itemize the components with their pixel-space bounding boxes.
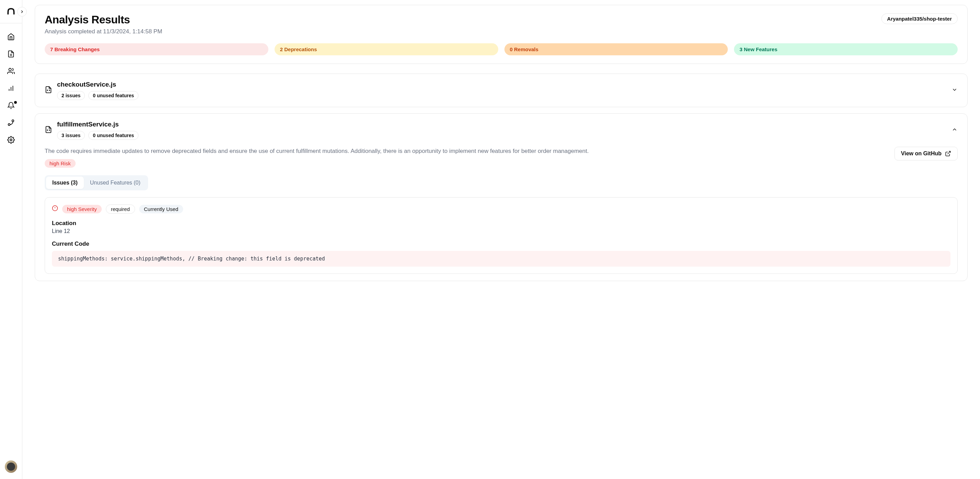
git-branch-icon: [7, 119, 15, 126]
risk-badge: high Risk: [45, 159, 76, 168]
location-value: Line 12: [52, 228, 950, 234]
bell-icon: [7, 102, 15, 109]
code-file-icon: [45, 86, 52, 95]
issues-count-badge: 3 issues: [57, 131, 85, 140]
tab-unused-features[interactable]: Unused Features (0): [84, 177, 147, 189]
svg-point-6: [12, 120, 14, 122]
nav-notifications[interactable]: [7, 102, 15, 109]
page-title: Analysis Results: [45, 13, 162, 26]
issues-count-badge: 2 issues: [57, 91, 85, 100]
svg-point-8: [10, 139, 12, 141]
svg-point-7: [8, 124, 10, 126]
chevron-right-icon: [19, 9, 24, 14]
stat-removals: 0 Removals: [504, 43, 728, 55]
stat-new-features: 3 New Features: [734, 43, 958, 55]
page-subtitle: Analysis completed at 11/3/2024, 1:14:58…: [45, 28, 162, 35]
gear-icon: [7, 136, 15, 144]
alert-icon: [52, 205, 58, 213]
code-file-icon: [45, 126, 52, 135]
nav-settings[interactable]: [7, 136, 15, 144]
github-button-label: View on GitHub: [901, 151, 942, 157]
nav-documents[interactable]: [7, 50, 15, 58]
file-name: fulfillmentService.js: [57, 121, 947, 128]
location-label: Location: [52, 220, 950, 227]
stat-deprecations: 2 Deprecations: [275, 43, 498, 55]
sidebar-nav: [7, 33, 15, 144]
nav-branch[interactable]: [7, 119, 15, 126]
results-header-card: Analysis Results Analysis completed at 1…: [35, 5, 967, 64]
stats-row: 7 Breaking Changes 2 Deprecations 0 Remo…: [45, 43, 958, 55]
logo-icon: [6, 7, 16, 16]
severity-badge: high Severity: [62, 205, 102, 213]
stat-breaking-changes: 7 Breaking Changes: [45, 43, 268, 55]
file-icon: [7, 50, 15, 58]
file-header-toggle[interactable]: fulfillmentService.js 3 issues 0 unused …: [45, 121, 958, 140]
sidebar-expand-button[interactable]: [17, 7, 27, 16]
user-avatar[interactable]: [5, 460, 17, 473]
current-code-label: Current Code: [52, 240, 950, 247]
tab-issues[interactable]: Issues (3): [46, 177, 84, 189]
svg-line-9: [948, 151, 950, 154]
bar-chart-icon: [7, 84, 15, 92]
svg-point-2: [9, 68, 11, 71]
nav-analytics[interactable]: [7, 84, 15, 92]
file-description: The code requires immediate updates to r…: [45, 147, 881, 156]
unused-count-badge: 0 unused features: [88, 131, 138, 140]
sidebar: [0, 0, 22, 479]
file-card-checkout: checkoutService.js 2 issues 0 unused fea…: [35, 73, 967, 107]
notification-dot: [14, 101, 17, 104]
external-link-icon: [945, 151, 951, 157]
file-tabs: Issues (3) Unused Features (0): [45, 175, 148, 190]
required-badge: required: [106, 204, 135, 214]
main-content: Analysis Results Analysis completed at 1…: [22, 0, 980, 479]
unused-count-badge: 0 unused features: [88, 91, 138, 100]
currently-used-badge: Currently Used: [139, 205, 183, 213]
file-card-fulfillment: fulfillmentService.js 3 issues 0 unused …: [35, 113, 967, 281]
current-code-block: shippingMethods: service.shippingMethods…: [52, 251, 950, 267]
view-on-github-button[interactable]: View on GitHub: [894, 147, 958, 161]
chevron-down-icon: [951, 87, 958, 94]
repo-badge: Aryanpatel335/shop-tester: [881, 13, 958, 24]
users-icon: [7, 67, 15, 75]
file-header-toggle[interactable]: checkoutService.js 2 issues 0 unused fea…: [45, 81, 958, 100]
issue-card: high Severity required Currently Used Lo…: [45, 197, 958, 274]
file-name: checkoutService.js: [57, 81, 947, 88]
chevron-up-icon: [951, 126, 958, 134]
nav-home[interactable]: [7, 33, 15, 41]
nav-users[interactable]: [7, 67, 15, 75]
home-icon: [7, 33, 15, 41]
